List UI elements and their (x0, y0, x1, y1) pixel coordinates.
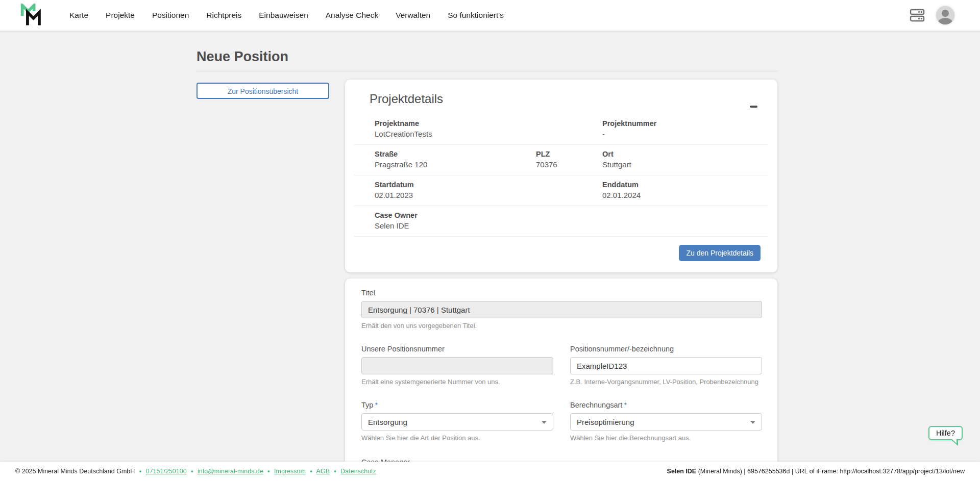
datenschutz-link[interactable]: Datenschutz (340, 468, 376, 475)
unsere-positionsnummer-input[interactable] (361, 357, 553, 374)
footer-separator: • (267, 468, 270, 475)
case-owner-label: Case Owner (375, 211, 536, 219)
field-projektname: Projektname LotCreationTests (375, 119, 536, 138)
help-button[interactable]: Hilfe? (928, 426, 963, 440)
main-menu: Karte Projekte Positionen Richtpreis Ein… (69, 11, 521, 20)
field-enddatum: Enddatum 02.01.2024 (602, 181, 758, 199)
footer: © 2025 Mineral Minds Deutschland GmbH • … (0, 462, 980, 481)
case-owner-value: Selen IDE (375, 221, 536, 230)
required-asterisk: * (375, 401, 378, 409)
berechnungsart-helper: Wählen Sie hier die Berechnungsart aus. (570, 434, 762, 442)
required-asterisk: * (624, 401, 627, 409)
nav-item-einbauweisen[interactable]: Einbauweisen (259, 11, 308, 20)
agb-link[interactable]: AGB (316, 468, 330, 475)
top-navigation: Karte Projekte Positionen Richtpreis Ein… (0, 0, 980, 31)
typ-selected-value: Entsorgung (368, 418, 407, 426)
nav-item-richtpreis[interactable]: Richtpreis (206, 11, 241, 20)
avatar-head (942, 10, 949, 17)
titel-field: Titel Erhält den von uns vorgegebenen Ti… (361, 289, 762, 330)
main-content: Neue Position Zur Positionsübersicht Pro… (0, 31, 980, 481)
email-link[interactable]: info@mineral-minds.de (198, 468, 263, 475)
new-position-form-card: Titel Erhält den von uns vorgegebenen Ti… (345, 279, 777, 481)
project-details-title: Projektdetails (370, 92, 768, 106)
footer-separator: • (139, 468, 141, 475)
page-title: Neue Position (197, 49, 777, 65)
projektname-label: Projektname (375, 119, 536, 128)
projektnummer-value: - (602, 130, 758, 138)
plz-label: PLZ (536, 150, 602, 158)
copyright-text: © 2025 Mineral Minds Deutschland GmbH (15, 468, 135, 475)
project-row-dates: Startdatum 02.01.2023 Enddatum 02.01.202… (354, 175, 768, 206)
nav-item-positionen[interactable]: Positionen (152, 11, 189, 20)
ort-value: Stuttgart (602, 160, 758, 169)
field-ort: Ort Stuttgart (602, 150, 758, 169)
ort-label: Ort (602, 150, 758, 158)
enddatum-label: Enddatum (602, 181, 758, 189)
plz-value: 70376 (536, 160, 602, 169)
nav-item-projekte[interactable]: Projekte (106, 11, 135, 20)
phone-link[interactable]: 07151/250100 (146, 468, 187, 475)
typ-label-text: Typ (361, 401, 373, 409)
footer-separator: • (334, 468, 336, 475)
nav-item-verwalten[interactable]: Verwalten (396, 11, 430, 20)
footer-separator: • (310, 468, 312, 475)
positionsnummer-field: Positionsnummer/-bezeichnung Z.B. Intern… (570, 345, 762, 386)
berechnungsart-selected-value: Preisoptimierung (577, 418, 634, 426)
nav-item-analyse-check[interactable]: Analyse Check (326, 11, 378, 20)
chevron-down-icon (542, 421, 547, 424)
to-project-details-button[interactable]: Zu den Projektdetails (679, 245, 761, 261)
field-strasse: Straße Pragstraße 120 (375, 150, 536, 169)
berechnungsart-select[interactable]: Preisoptimierung (570, 413, 762, 431)
titel-helper: Erhält den von uns vorgegebenen Titel. (361, 322, 762, 330)
footer-left: © 2025 Mineral Minds Deutschland GmbH • … (15, 468, 376, 475)
positions-overview-button[interactable]: Zur Positionsübersicht (197, 83, 329, 99)
collapse-card-button[interactable] (750, 103, 759, 110)
berechnungsart-label: Berechnungsart* (570, 401, 762, 409)
titel-label: Titel (361, 289, 762, 297)
session-user: Selen IDE (667, 468, 697, 475)
berechnungsart-field: Berechnungsart* Preisoptimierung Wählen … (570, 401, 762, 442)
title-divider (197, 71, 777, 71)
strasse-value: Pragstraße 120 (375, 160, 536, 169)
impressum-link[interactable]: Impressum (274, 468, 306, 475)
positionsnummer-helper: Z.B. Interne-Vorgangsnummer, LV-Position… (570, 378, 762, 386)
typ-label: Typ* (361, 401, 553, 409)
field-plz: PLZ 70376 (536, 150, 602, 169)
avatar-shoulders (938, 18, 952, 24)
mineral-minds-logo[interactable] (19, 4, 44, 27)
project-row-name: Projektname LotCreationTests Projektnumm… (354, 114, 768, 145)
projektnummer-label: Projektnummer (602, 119, 758, 128)
field-case-owner: Case Owner Selen IDE (375, 211, 536, 230)
berechnungsart-label-text: Berechnungsart (570, 401, 622, 409)
typ-select[interactable]: Entsorgung (361, 413, 553, 431)
field-projektnummer: Projektnummer - (602, 119, 758, 138)
projektname-value: LotCreationTests (375, 130, 536, 138)
titel-input[interactable] (361, 301, 762, 318)
minus-icon (750, 106, 757, 108)
nav-item-karte[interactable]: Karte (69, 11, 88, 20)
footer-session-info: Selen IDE (Mineral Minds) | 69576255536d… (667, 468, 965, 475)
session-details: (Mineral Minds) | 69576255536d | URL of … (698, 468, 965, 475)
positionsnummer-label: Positionsnummer/-bezeichnung (570, 345, 762, 353)
unsere-positionsnummer-field: Unsere Positionsnummer Erhält eine syste… (361, 345, 553, 386)
unsere-positionsnummer-helper: Erhält eine systemgenerierte Nummer von … (361, 378, 553, 386)
startdatum-label: Startdatum (375, 181, 536, 189)
startdatum-value: 02.01.2023 (375, 191, 536, 199)
chevron-down-icon (750, 421, 755, 424)
project-details-card: Projektdetails Projektname LotCreationTe… (345, 80, 777, 272)
typ-helper: Wählen Sie hier die Art der Position aus… (361, 434, 553, 442)
enddatum-value: 02.01.2024 (602, 191, 758, 199)
footer-separator: • (191, 468, 193, 475)
nav-right-icons (910, 6, 954, 24)
nav-item-so-funktionierts[interactable]: So funktioniert's (448, 11, 504, 20)
strasse-label: Straße (375, 150, 536, 158)
server-icon[interactable] (910, 8, 925, 22)
unsere-positionsnummer-label: Unsere Positionsnummer (361, 345, 553, 353)
field-startdatum: Startdatum 02.01.2023 (375, 181, 536, 199)
positionsnummer-input[interactable] (570, 357, 762, 374)
typ-field: Typ* Entsorgung Wählen Sie hier die Art … (361, 401, 553, 442)
user-avatar-icon[interactable] (936, 6, 954, 24)
project-row-owner: Case Owner Selen IDE (354, 206, 768, 237)
project-row-address: Straße Pragstraße 120 PLZ 70376 Ort Stut… (354, 145, 768, 175)
